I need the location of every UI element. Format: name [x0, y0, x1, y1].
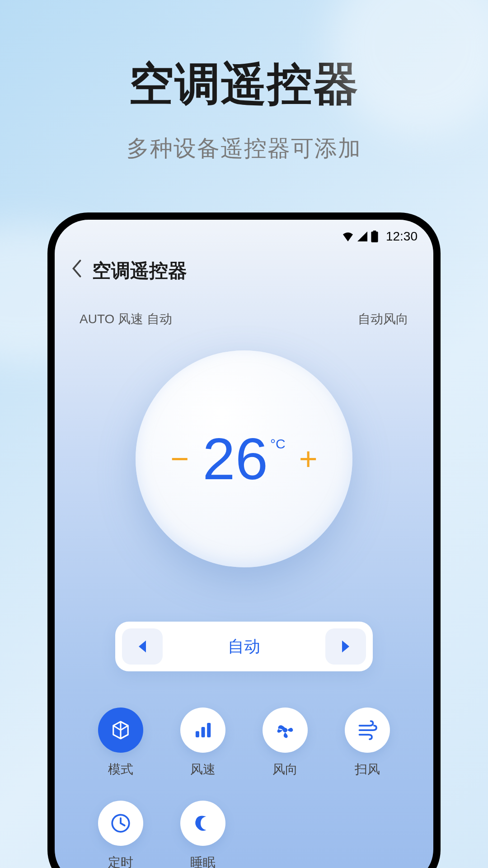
- svg-rect-1: [373, 231, 376, 232]
- sleep-button[interactable]: [180, 801, 225, 846]
- phone-screen: 12:30 空调遥控器 AUTO 风速 自动 自动风向 − 26 °C +: [55, 220, 433, 868]
- mode-selector: 自动: [115, 622, 373, 671]
- status-bar: 12:30: [55, 220, 433, 245]
- sleep-label: 睡眠: [190, 854, 216, 868]
- mode-label: 自动: [163, 636, 325, 658]
- timer-button[interactable]: [98, 801, 143, 846]
- temperature-unit: °C: [270, 436, 286, 452]
- signal-icon: [357, 231, 368, 241]
- control-swing: 扫风: [333, 708, 402, 778]
- swing-label: 扫风: [355, 761, 380, 778]
- fan-status-right: 自动风向: [358, 311, 408, 328]
- page-title: 空调遥控器: [92, 258, 187, 283]
- phone-frame: 12:30 空调遥控器 AUTO 风速 自动 自动风向 − 26 °C +: [47, 212, 441, 868]
- controls-grid: 模式 风速 风向: [55, 671, 433, 868]
- mode-label-text: 模式: [108, 761, 133, 778]
- wifi-icon: [342, 231, 354, 241]
- temp-increase-button[interactable]: +: [299, 441, 318, 477]
- svg-rect-2: [196, 731, 199, 737]
- moon-icon: [192, 812, 214, 835]
- triangle-right-icon: [339, 639, 352, 654]
- svg-rect-0: [371, 231, 378, 242]
- fan-direction-label: 风向: [272, 761, 298, 778]
- back-button[interactable]: [70, 259, 83, 282]
- fan-direction-button[interactable]: [263, 708, 308, 753]
- temp-decrease-button[interactable]: −: [170, 441, 189, 477]
- timer-label: 定时: [108, 854, 133, 868]
- app-header: 空调遥控器: [55, 245, 433, 297]
- status-time: 12:30: [386, 229, 418, 244]
- clock-icon: [109, 812, 132, 835]
- temperature-value: 26: [202, 429, 268, 488]
- marketing-subtitle: 多种设备遥控器可添加: [0, 133, 488, 164]
- swing-button[interactable]: [345, 708, 390, 753]
- status-icons: 12:30: [342, 229, 418, 244]
- cube-icon: [109, 719, 132, 741]
- mode-button[interactable]: [98, 708, 143, 753]
- control-sleep: 睡眠: [169, 801, 237, 868]
- temp-value-wrap: 26 °C: [202, 429, 285, 488]
- mode-next-button[interactable]: [325, 628, 366, 665]
- temperature-dial: − 26 °C +: [136, 350, 352, 567]
- status-row: AUTO 风速 自动 自动风向: [55, 297, 433, 328]
- mode-prev-button[interactable]: [122, 628, 163, 665]
- control-timer: 定时: [86, 801, 155, 868]
- fan-speed-button[interactable]: [180, 708, 225, 753]
- svg-rect-3: [202, 727, 205, 737]
- fan-status-left: AUTO 风速 自动: [80, 311, 172, 328]
- fan-speed-label: 风速: [190, 761, 216, 778]
- fan-icon: [274, 719, 296, 741]
- control-mode: 模式: [86, 708, 155, 778]
- wind-icon: [356, 719, 379, 741]
- battery-icon: [371, 231, 379, 242]
- triangle-left-icon: [136, 639, 149, 654]
- bars-icon: [192, 720, 213, 741]
- control-fan-speed: 风速: [169, 708, 237, 778]
- svg-rect-4: [207, 723, 211, 737]
- control-fan-direction: 风向: [251, 708, 319, 778]
